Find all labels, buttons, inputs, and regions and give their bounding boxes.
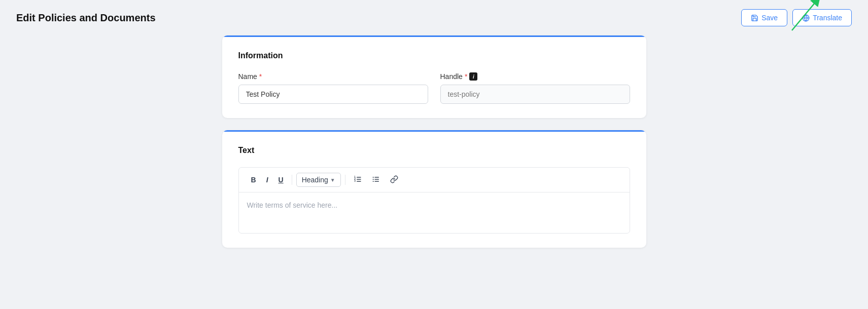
translate-label: Translate [813, 14, 842, 22]
svg-point-13 [372, 177, 373, 178]
information-form-row: Name * Handle * i [238, 72, 630, 104]
name-input[interactable] [238, 85, 428, 104]
translate-button[interactable]: Translate [792, 9, 852, 26]
unordered-list-button[interactable] [368, 173, 384, 187]
information-card: Information Name * Handle * i [222, 35, 646, 118]
editor-area[interactable]: Write terms of service here... [239, 192, 630, 233]
information-card-title: Information [238, 51, 630, 60]
ordered-list-button[interactable]: 1 2 3 [350, 173, 366, 187]
page-title: Edit Policies and Documents [16, 12, 156, 24]
text-card-title: Text [238, 146, 630, 155]
chevron-down-icon: ▼ [330, 177, 335, 183]
save-label: Save [761, 14, 778, 22]
handle-form-group: Handle * i [440, 72, 630, 104]
name-label: Name * [238, 72, 428, 81]
information-card-body: Information Name * Handle * i [222, 37, 646, 118]
header-actions: Save Translate [741, 9, 852, 26]
save-icon [751, 14, 758, 22]
editor-placeholder: Write terms of service here... [247, 201, 338, 209]
svg-point-15 [372, 181, 373, 182]
save-button[interactable]: Save [741, 9, 787, 26]
link-button[interactable] [386, 173, 402, 187]
main-content: Information Name * Handle * i [206, 35, 663, 264]
italic-button[interactable]: I [262, 174, 272, 186]
link-icon [390, 175, 398, 183]
svg-text:3: 3 [354, 180, 356, 182]
name-required-star: * [259, 72, 262, 81]
handle-info-icon: i [469, 72, 477, 81]
toolbar-divider-1 [292, 175, 292, 185]
unordered-list-icon [372, 175, 380, 183]
underline-button[interactable]: U [274, 174, 288, 186]
heading-dropdown[interactable]: Heading ▼ [296, 173, 341, 187]
handle-required-star: * [465, 72, 467, 81]
svg-point-14 [372, 179, 373, 180]
editor-toolbar: B I U Heading ▼ [239, 168, 630, 192]
ordered-list-icon: 1 2 3 [354, 175, 362, 183]
editor-container: B I U Heading ▼ [238, 167, 630, 234]
handle-label: Handle * i [440, 72, 630, 81]
handle-input[interactable] [440, 85, 630, 104]
text-card: Text B I U Heading ▼ [222, 130, 646, 248]
bold-button[interactable]: B [247, 174, 260, 186]
text-card-body: Text B I U Heading ▼ [222, 132, 646, 248]
translate-icon [802, 14, 810, 22]
name-form-group: Name * [238, 72, 428, 104]
toolbar-divider-2 [345, 175, 345, 185]
